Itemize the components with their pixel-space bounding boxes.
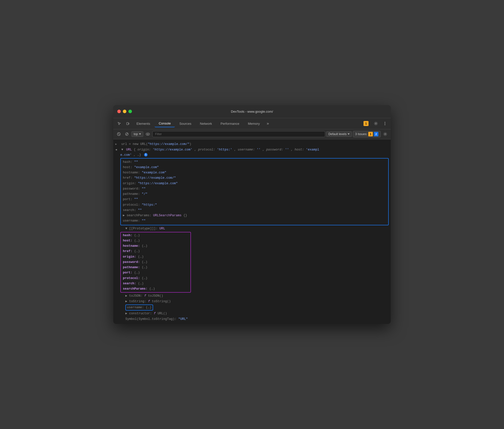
svg-line-9 bbox=[126, 133, 128, 135]
prop-hash: hash: "" bbox=[123, 160, 386, 165]
warning-badge: 1 bbox=[363, 121, 369, 126]
levels-dropdown[interactable]: Default levels bbox=[326, 131, 352, 137]
context-selector[interactable]: top bbox=[131, 131, 143, 137]
prop-username: username: "" bbox=[123, 218, 386, 224]
devtools-window: DevTools - www.google.com/ Elements Cons… bbox=[113, 105, 391, 324]
prop-pathname: pathname: "/" bbox=[123, 192, 386, 197]
prop-href: href: "https://example.com/" bbox=[123, 175, 386, 181]
prototype-line: ▼ [[Prototype]]]: URL bbox=[121, 226, 389, 231]
proto-props-content: hash: (…) host: (…) hostname: (…) href: … bbox=[122, 232, 189, 292]
issues-warn-badge: 1 bbox=[368, 132, 373, 136]
console-output: ▶ url = new URL("https://example.com/") … bbox=[113, 139, 391, 324]
console-line-url-obj: ◀ ▼ URL { origin: 'https://example.com' … bbox=[113, 147, 391, 152]
proto-hostname: hostname: (…) bbox=[123, 243, 188, 249]
more-tabs-button[interactable]: » bbox=[264, 120, 271, 127]
inspect-element-button[interactable] bbox=[115, 119, 123, 128]
prop-searchparams: ▶ searchParams: URLSearchParams {} bbox=[123, 213, 386, 218]
context-label: top bbox=[134, 132, 138, 136]
filter-input[interactable] bbox=[152, 131, 325, 137]
eye-icon-button[interactable] bbox=[144, 131, 151, 138]
username-highlighted: username: (…) bbox=[125, 304, 153, 311]
prop-port: port: "" bbox=[123, 197, 386, 202]
tab-sources[interactable]: Sources bbox=[175, 120, 195, 127]
proto-href: href: (…) bbox=[123, 249, 188, 254]
gutter-arrow-right: ▶ bbox=[115, 142, 120, 147]
prop-hostname: hostname: "example.com" bbox=[123, 170, 386, 175]
svg-point-10 bbox=[146, 133, 150, 135]
svg-point-11 bbox=[147, 134, 148, 135]
url-properties-box: hash: "" host: "example.com" hostname: "… bbox=[120, 158, 389, 225]
issues-button[interactable]: 3 Issues: 1 2 bbox=[353, 131, 381, 137]
console-line-username: username: (…) bbox=[113, 304, 391, 311]
tabs-bar: Elements Console Sources Network Perform… bbox=[113, 118, 391, 129]
proto-password: password: (…) bbox=[123, 260, 188, 265]
url-props-content: hash: "" host: "example.com" hostname: "… bbox=[121, 159, 388, 224]
prop-host: host: "example.com" bbox=[123, 165, 386, 170]
console-line-symbol: Symbol(Symbol.toStringTag): "URL" bbox=[113, 316, 391, 322]
svg-point-12 bbox=[385, 134, 386, 135]
proto-hash: hash: (…) bbox=[123, 233, 188, 238]
proto-host: host: (…) bbox=[123, 238, 188, 243]
window-title: DevTools - www.google.com/ bbox=[231, 110, 273, 113]
tab-network[interactable]: Network bbox=[196, 120, 216, 127]
url-obj-header: ▼ URL { origin: 'https://example.com' , … bbox=[121, 147, 389, 152]
svg-rect-0 bbox=[127, 122, 128, 125]
proto-pathname: pathname: (…) bbox=[123, 265, 188, 270]
block-icon-button[interactable] bbox=[123, 131, 130, 138]
titlebar: DevTools - www.google.com/ bbox=[113, 105, 391, 118]
url-obj-header-cont: e.com' , …} i bbox=[113, 152, 391, 158]
svg-line-7 bbox=[118, 133, 120, 135]
close-button[interactable] bbox=[117, 110, 121, 113]
device-toolbar-button[interactable] bbox=[124, 119, 132, 128]
maximize-button[interactable] bbox=[128, 110, 132, 113]
proto-port: port: (…) bbox=[123, 270, 188, 275]
console-line-tojson: ▶ toJSON: f toJSON() bbox=[113, 293, 391, 299]
gutter-empty bbox=[115, 226, 120, 227]
proto-protocol: protocol: (…) bbox=[123, 276, 188, 281]
tab-performance[interactable]: Performance bbox=[216, 120, 243, 127]
gutter-left-arrow: ◀ bbox=[115, 147, 120, 152]
settings-button[interactable] bbox=[372, 120, 380, 127]
svg-rect-1 bbox=[128, 123, 129, 124]
console-toolbar: top Default levels 3 Issues: 1 2 bbox=[113, 129, 391, 139]
prop-protocol: protocol: "https:" bbox=[123, 202, 386, 208]
info-icon[interactable]: i bbox=[144, 153, 148, 157]
prototype-box: hash: (…) host: (…) hostname: (…) href: … bbox=[120, 232, 389, 293]
proto-search: search: (…) bbox=[123, 281, 188, 286]
minimize-button[interactable] bbox=[123, 110, 126, 113]
tab-memory[interactable]: Memory bbox=[244, 120, 264, 127]
prop-origin: origin: "https://example.com" bbox=[123, 181, 386, 186]
clear-console-button[interactable] bbox=[115, 131, 122, 138]
tab-console[interactable]: Console bbox=[155, 120, 175, 127]
console-line-tostring: ▶ toString: f toString() bbox=[113, 299, 391, 304]
traffic-lights bbox=[117, 110, 132, 113]
issues-text: 3 Issues: bbox=[355, 132, 367, 136]
prop-password: password: "" bbox=[123, 186, 386, 192]
issues-tab-button[interactable]: 1 bbox=[361, 120, 371, 127]
svg-point-2 bbox=[375, 123, 377, 124]
svg-point-3 bbox=[385, 122, 385, 123]
levels-label: Default levels bbox=[328, 132, 347, 136]
svg-point-5 bbox=[385, 125, 385, 125]
svg-point-4 bbox=[385, 123, 385, 124]
settings-console-button[interactable] bbox=[382, 131, 389, 138]
console-line-constructor: ▶ constructor: f URL() bbox=[113, 311, 391, 316]
console-line-prototype: ▼ [[Prototype]]]: URL bbox=[113, 226, 391, 231]
console-line-content: url = new URL("https://example.com/") bbox=[121, 142, 389, 147]
more-options-button[interactable] bbox=[381, 120, 389, 127]
console-line-input: ▶ url = new URL("https://example.com/") bbox=[113, 141, 391, 147]
tabs-right-controls: 1 bbox=[361, 120, 389, 127]
proto-props-purple-box: hash: (…) host: (…) hostname: (…) href: … bbox=[120, 232, 191, 293]
proto-origin: origin: (…) bbox=[123, 254, 188, 260]
tab-elements[interactable]: Elements bbox=[132, 120, 154, 127]
prop-search: search: "" bbox=[123, 208, 386, 213]
issues-info-badge: 2 bbox=[374, 132, 378, 136]
proto-searchparams: searchParams: (…) bbox=[123, 286, 188, 292]
